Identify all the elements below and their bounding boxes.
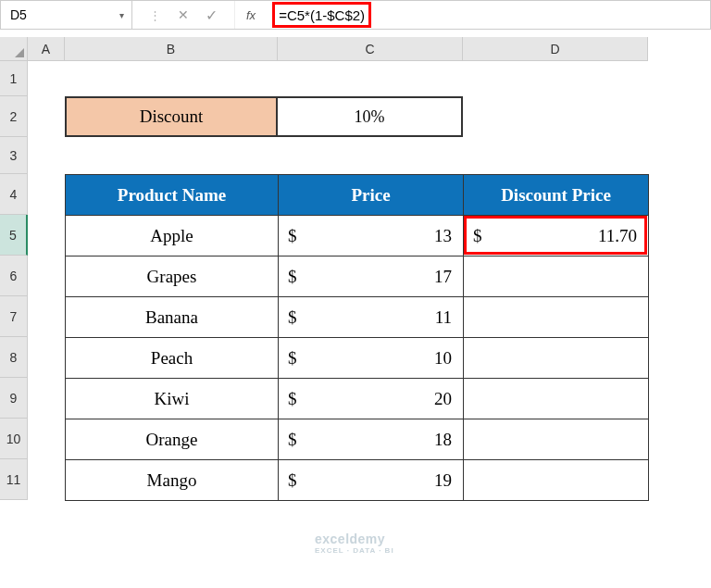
row-header-7[interactable]: 7 [0, 296, 28, 337]
select-all-corner[interactable] [0, 37, 28, 61]
table-row: Orange$18 [66, 419, 649, 460]
header-product[interactable]: Product Name [66, 175, 279, 216]
discount-price-cell[interactable]: $11.70 [464, 216, 649, 256]
price-value: 20 [290, 389, 452, 409]
table-row: Mango$19 [66, 460, 649, 501]
product-cell[interactable]: Peach [66, 338, 279, 379]
product-cell[interactable]: Banana [66, 297, 279, 338]
discount-value-cell[interactable]: 10% [278, 96, 463, 137]
currency-symbol: $ [288, 430, 297, 450]
row-header-11[interactable]: 11 [0, 459, 28, 500]
row-header-3[interactable]: 3 [0, 137, 28, 174]
product-cell[interactable]: Mango [66, 460, 279, 501]
formula-input[interactable]: =C5*(1-$C$2) [267, 1, 710, 29]
product-cell[interactable]: Grapes [66, 256, 279, 297]
discount-label-cell[interactable]: Discount [65, 96, 278, 137]
price-cell[interactable]: $10 [279, 338, 464, 379]
col-header-b[interactable]: B [65, 37, 278, 61]
table-row: Peach$10 [66, 338, 649, 379]
price-cell[interactable]: $17 [279, 256, 464, 297]
products-table: Product Name Price Discount Price Apple$… [65, 174, 649, 501]
fx-icon[interactable]: fx [235, 8, 267, 22]
row-header-1[interactable]: 1 [0, 61, 28, 96]
price-value: 13 [290, 226, 452, 246]
currency-symbol: $ [288, 348, 297, 369]
discount-price-cell[interactable] [464, 338, 649, 379]
price-value: 18 [290, 430, 452, 450]
sheet-area[interactable]: Discount 10% Product Name Price Discount… [28, 61, 711, 500]
discount-price-cell[interactable] [464, 379, 649, 419]
row-header-5[interactable]: 5 [0, 215, 28, 256]
table-row: Kiwi$20 [66, 379, 649, 419]
currency-symbol: $ [473, 226, 482, 246]
row-header-4[interactable]: 4 [0, 174, 28, 215]
row-header-6[interactable]: 6 [0, 256, 28, 296]
row-header-8[interactable]: 8 [0, 337, 28, 378]
formula-bar-icons: ⋮ ✕ ✓ [132, 1, 235, 29]
table-row: Grapes$17 [66, 256, 649, 297]
discount-price-cell[interactable] [464, 460, 649, 501]
cancel-icon[interactable]: ✕ [178, 7, 189, 22]
dots-icon: ⋮ [149, 8, 161, 22]
header-discount-price[interactable]: Discount Price [464, 175, 649, 216]
price-value: 10 [290, 348, 452, 369]
currency-symbol: $ [288, 470, 297, 491]
price-cell[interactable]: $20 [279, 379, 464, 419]
price-cell[interactable]: $18 [279, 419, 464, 460]
name-box[interactable]: D5 [1, 1, 132, 29]
table-row: Banana$11 [66, 297, 649, 338]
price-value: 19 [290, 470, 452, 491]
column-headers: A B C D [28, 37, 711, 61]
row-header-9[interactable]: 9 [0, 378, 28, 419]
product-cell[interactable]: Apple [66, 216, 279, 256]
watermark: exceldemy EXCEL · DATA · BI [315, 532, 394, 555]
product-cell[interactable]: Orange [66, 419, 279, 460]
spreadsheet-grid: A B C D 1 2 3 4 5 6 7 8 9 10 11 Discount… [0, 37, 711, 500]
row-header-2[interactable]: 2 [0, 96, 28, 137]
discount-price-cell[interactable] [464, 297, 649, 338]
discount-price-value: 11.70 [475, 226, 637, 246]
formula-bar: D5 ⋮ ✕ ✓ fx =C5*(1-$C$2) [0, 0, 711, 30]
currency-symbol: $ [288, 307, 297, 328]
watermark-main: exceldemy [315, 532, 385, 546]
row-headers: 1 2 3 4 5 6 7 8 9 10 11 [0, 61, 28, 500]
table-row: Apple$13$11.70 [66, 216, 649, 256]
row-header-10[interactable]: 10 [0, 419, 28, 459]
currency-symbol: $ [288, 389, 297, 409]
currency-symbol: $ [288, 267, 297, 287]
discount-price-cell[interactable] [464, 256, 649, 297]
watermark-sub: EXCEL · DATA · BI [315, 546, 394, 555]
formula-text: =C5*(1-$C$2) [272, 2, 371, 28]
product-cell[interactable]: Kiwi [66, 379, 279, 419]
col-header-d[interactable]: D [463, 37, 648, 61]
currency-symbol: $ [288, 226, 297, 246]
enter-icon[interactable]: ✓ [206, 6, 218, 24]
discount-box: Discount 10% [65, 96, 463, 137]
price-value: 17 [290, 267, 452, 287]
price-cell[interactable]: $19 [279, 460, 464, 501]
price-cell[interactable]: $11 [279, 297, 464, 338]
col-header-c[interactable]: C [278, 37, 463, 61]
header-price[interactable]: Price [279, 175, 464, 216]
col-header-a[interactable]: A [28, 37, 65, 61]
price-cell[interactable]: $13 [279, 216, 464, 256]
price-value: 11 [290, 307, 452, 328]
discount-price-cell[interactable] [464, 419, 649, 460]
